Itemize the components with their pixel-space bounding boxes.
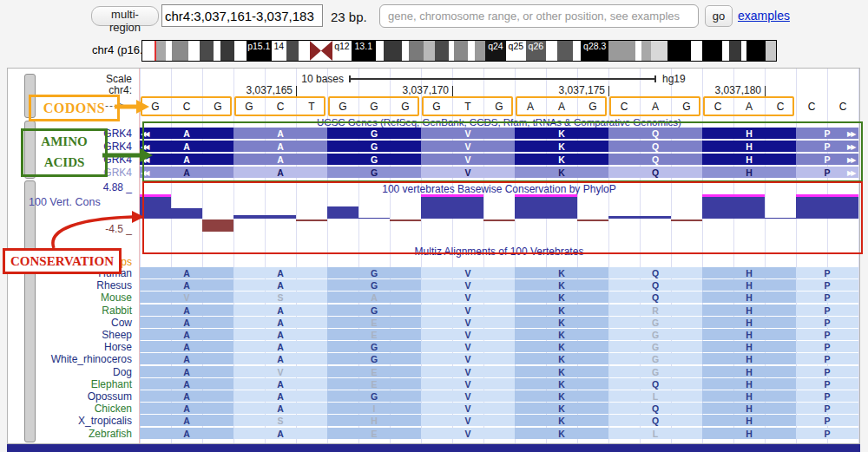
ideogram-band[interactable] <box>286 41 299 61</box>
species-row-label[interactable]: Horse <box>35 341 132 353</box>
ideogram-band[interactable] <box>376 41 384 61</box>
base-letter[interactable]: A <box>546 101 577 113</box>
ideogram-band[interactable] <box>722 41 729 61</box>
base-letter[interactable]: G <box>483 101 515 113</box>
alignment-amino-acid-letter: H <box>327 416 421 426</box>
search-input[interactable] <box>379 4 699 28</box>
species-row-label[interactable]: Opossum <box>35 390 132 403</box>
ideogram-band[interactable] <box>557 41 573 61</box>
ideogram-band[interactable] <box>746 41 766 61</box>
ideogram-band[interactable]: 14 <box>272 41 286 61</box>
base-letter[interactable]: C <box>171 101 202 113</box>
ideogram-band[interactable] <box>454 41 468 61</box>
track-drag-handle[interactable] <box>24 180 36 252</box>
base-letter[interactable]: T <box>296 101 327 113</box>
ideogram-band[interactable]: p15.1 <box>247 41 272 61</box>
base-letter[interactable]: G <box>140 101 171 113</box>
multi-region-button[interactable]: multi-region <box>91 6 159 26</box>
ideogram-band[interactable] <box>384 41 402 61</box>
species-row-label[interactable]: Cow <box>35 317 132 329</box>
conservation-ymax-label: 4.88 _ <box>83 181 132 193</box>
base-letter[interactable]: C <box>702 101 733 113</box>
ideogram-band[interactable] <box>546 41 557 61</box>
ideogram-band[interactable]: q26 <box>526 41 546 61</box>
ideogram-band[interactable] <box>214 41 220 61</box>
ideogram-band[interactable]: 13.1 <box>352 41 376 61</box>
ideogram-band[interactable] <box>188 41 199 61</box>
ideogram-band[interactable] <box>402 41 409 61</box>
ideogram-band[interactable]: q28.3 <box>581 41 608 61</box>
alignment-amino-acid-letter: E <box>327 367 421 377</box>
base-letter[interactable]: A <box>733 101 765 113</box>
alignment-amino-acid-letter: A <box>233 379 327 390</box>
base-letter[interactable]: G <box>671 101 702 113</box>
ideogram-band[interactable] <box>468 41 475 61</box>
ideogram-band-label: q28.3 <box>581 41 608 61</box>
ideogram-band[interactable] <box>729 41 741 61</box>
base-letter[interactable]: G <box>577 101 608 113</box>
base-letter[interactable]: A <box>515 101 546 113</box>
conservation-track-label[interactable]: 100 Vert. Cons <box>29 196 101 208</box>
species-row-label[interactable]: X_tropicalis <box>35 415 132 427</box>
base-letter[interactable]: C <box>765 101 796 113</box>
alignment-amino-acid-letter: H <box>702 429 796 439</box>
ideogram-band[interactable] <box>702 41 722 61</box>
scale-track-label: Scale <box>35 73 132 85</box>
species-row-label[interactable]: Chicken <box>35 403 132 415</box>
examples-link[interactable]: examples <box>738 9 790 23</box>
ideogram-band[interactable] <box>234 41 247 61</box>
ideogram-band[interactable] <box>172 41 188 61</box>
base-letter[interactable]: G <box>233 101 265 113</box>
ideogram-band[interactable] <box>200 41 214 61</box>
base-letter[interactable]: C <box>608 101 640 113</box>
alignment-amino-acid-letter: P <box>796 292 858 303</box>
species-row-label[interactable]: Rhesus <box>35 279 132 292</box>
bottom-divider-bar <box>7 444 860 452</box>
position-input[interactable] <box>161 4 323 27</box>
ideogram-band[interactable] <box>299 41 309 61</box>
species-row-label[interactable]: Mouse <box>35 292 132 304</box>
ideogram-band[interactable]: q24 <box>485 41 506 61</box>
ideogram-band[interactable] <box>635 41 641 61</box>
ideogram-band[interactable] <box>691 41 702 61</box>
ideogram-band[interactable] <box>651 41 667 61</box>
ideogram-band[interactable]: q25 <box>506 41 526 61</box>
base-letter[interactable]: A <box>640 101 671 113</box>
species-row-label[interactable]: Dog <box>35 366 132 378</box>
ideogram-band[interactable] <box>166 41 172 61</box>
ideogram-band[interactable] <box>573 41 581 61</box>
species-row-label[interactable]: Rabbit <box>35 305 132 317</box>
base-letter[interactable]: C <box>265 101 296 113</box>
go-button[interactable]: go <box>705 5 733 27</box>
alignment-amino-acid-letter: H <box>702 354 796 364</box>
ideogram-band[interactable] <box>766 41 776 61</box>
chromosome-ideogram[interactable]: p15.114q1213.1q24q25q26q28.3 <box>141 40 777 62</box>
conservation-highlight-rect <box>142 181 863 254</box>
alignment-amino-acid-letter: V <box>233 367 327 377</box>
species-row-label[interactable]: White_rhinoceros <box>35 353 132 365</box>
ideogram-band[interactable] <box>608 41 635 61</box>
ideogram-band[interactable] <box>409 41 424 61</box>
ideogram-band[interactable] <box>475 41 485 61</box>
base-letter[interactable]: G <box>358 101 390 113</box>
species-row-label[interactable]: Elephant <box>35 378 132 390</box>
base-letter[interactable]: C <box>796 101 827 113</box>
ideogram-band[interactable] <box>435 41 449 61</box>
species-row-label[interactable]: Sheep <box>35 329 132 341</box>
alignment-amino-acid-letter: G <box>327 305 421 316</box>
position-tick-mark <box>765 86 766 96</box>
base-letter[interactable]: T <box>452 101 483 113</box>
base-letter[interactable]: C <box>827 101 858 113</box>
ideogram-band[interactable]: q12 <box>332 41 352 61</box>
species-row-label[interactable]: Zebrafish <box>35 428 132 440</box>
base-letter[interactable]: G <box>390 101 421 113</box>
base-letter[interactable]: G <box>327 101 358 113</box>
alignment-amino-acid-letter: A <box>140 280 233 291</box>
ideogram-band[interactable] <box>667 41 691 61</box>
base-letter[interactable]: G <box>421 101 452 113</box>
base-letter[interactable]: G <box>202 101 233 113</box>
ideogram-band[interactable] <box>156 41 166 61</box>
ideogram-band[interactable] <box>220 41 234 61</box>
ideogram-band[interactable] <box>641 41 651 61</box>
ideogram-band[interactable] <box>424 41 435 61</box>
